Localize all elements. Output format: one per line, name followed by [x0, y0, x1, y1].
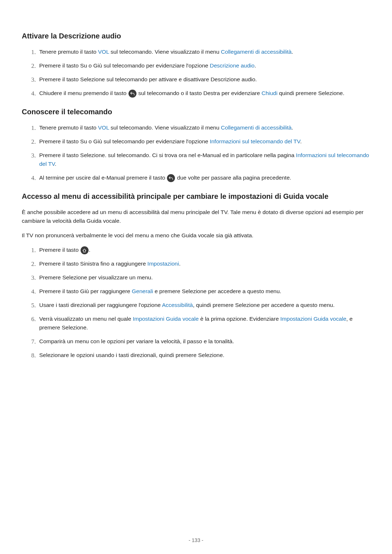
keyword-settings: Impostazioni: [147, 260, 179, 267]
page-number: - 133 -: [0, 537, 392, 543]
keyword-accessibility: Accessibilità: [162, 302, 193, 308]
section2-list: Tenere premuto il tasto VOL sul telecoma…: [22, 123, 370, 182]
keyword-accessibility-links: Collegamenti di accessibilità: [221, 49, 292, 55]
section3-intro2: Il TV non pronuncerà verbalmente le voci…: [22, 231, 370, 240]
text: Tenere premuto il tasto: [39, 124, 98, 131]
section2-title: Conoscere il telecomando: [22, 108, 370, 116]
text: sul telecomando. Viene visualizzato il m…: [109, 124, 221, 131]
text: Premere il tasto Su o Giù sul telecomand…: [39, 138, 210, 144]
text: Premere Selezione per visualizzare un me…: [39, 274, 153, 280]
keyword-vol: VOL: [98, 124, 109, 131]
text: Chiudere il menu premendo il tasto: [39, 90, 128, 96]
text: Premere il tasto Giù per raggiungere: [39, 288, 132, 294]
text: Premere il tasto Selezione sul telecoman…: [39, 76, 257, 82]
keyword-voice-guide-settings: Impostazioni Guida vocale: [133, 316, 199, 322]
keyword-voice-guide-settings: Impostazioni Guida vocale: [280, 316, 346, 322]
text: è la prima opzione. Evidenziare: [199, 316, 280, 322]
text: Verrà visualizzato un menu nel quale: [39, 316, 133, 322]
list-item: Usare i tasti direzionali per raggiunger…: [31, 301, 370, 309]
text: .: [300, 138, 302, 144]
list-item: Premere il tasto Su o Giù sul telecomand…: [31, 61, 370, 70]
back-icon: [128, 90, 136, 98]
text: Premere il tasto Selezione. sul telecoma…: [39, 152, 296, 158]
keyword-accessibility-links: Collegamenti di accessibilità: [221, 124, 292, 131]
section3-title: Accesso al menu di accessibilità princip…: [22, 192, 370, 201]
list-item: Chiudere il menu premendo il tasto sul t…: [31, 89, 370, 98]
keyword-general: Generali: [132, 288, 153, 294]
keyword-close: Chiudi: [261, 90, 277, 96]
list-item: Tenere premuto il tasto VOL sul telecoma…: [31, 48, 370, 56]
back-icon: [167, 174, 175, 182]
section3-intro1: È anche possibile accedere ad un menu di…: [22, 208, 370, 225]
list-item: Premere il tasto Giù per raggiungere Gen…: [31, 287, 370, 296]
text: Premere il tasto: [39, 247, 80, 253]
list-item: Premere Selezione per visualizzare un me…: [31, 273, 370, 282]
keyword-vol: VOL: [98, 49, 109, 55]
text: Comparirà un menu con le opzioni per var…: [39, 338, 234, 344]
list-item: Premere il tasto Selezione sul telecoman…: [31, 75, 370, 84]
list-item: Premere il tasto .: [31, 246, 370, 254]
list-item: Premere il tasto Su o Giù sul telecomand…: [31, 137, 370, 146]
text: .: [254, 62, 256, 69]
list-item: Comparirà un menu con le opzioni per var…: [31, 337, 370, 346]
list-item: Selezionare le opzioni usando i tasti di…: [31, 351, 370, 360]
section1-title: Attivare la Descrizione audio: [22, 32, 370, 40]
text: .: [55, 161, 56, 167]
list-item: Al termine per uscire dal e-Manual preme…: [31, 173, 370, 182]
text: .: [179, 260, 180, 267]
text: Selezionare le opzioni usando i tasti di…: [39, 352, 224, 358]
list-item: Verrà visualizzato un menu nel quale Imp…: [31, 315, 370, 332]
list-item: Premere il tasto Sinistra fino a raggiun…: [31, 259, 370, 268]
text: Premere il tasto Su o Giù sul telecomand…: [39, 62, 210, 69]
text: e premere Selezione per accedere a quest…: [153, 288, 281, 294]
text: sul telecomando. Viene visualizzato il m…: [109, 49, 221, 55]
text: Al termine per uscire dal e-Manual preme…: [39, 175, 167, 181]
text: due volte per passare alla pagina preced…: [175, 175, 291, 181]
home-icon: [81, 246, 89, 254]
text: Usare i tasti direzionali per raggiunger…: [39, 302, 162, 308]
list-item: Tenere premuto il tasto VOL sul telecoma…: [31, 123, 370, 132]
section1-list: Tenere premuto il tasto VOL sul telecoma…: [22, 48, 370, 98]
text: , quindi premere Selezione per accedere …: [193, 302, 334, 308]
text: quindi premere Selezione.: [277, 90, 344, 96]
keyword-audio-description: Descrizione audio: [210, 62, 254, 69]
text: Tenere premuto il tasto: [39, 49, 98, 55]
text: .: [291, 49, 293, 55]
text: .: [89, 247, 90, 253]
section3-list: Premere il tasto . Premere il tasto Sini…: [22, 246, 370, 360]
text: sul telecomando o il tasto Destra per ev…: [137, 90, 262, 96]
text: Premere il tasto Sinistra fino a raggiun…: [39, 260, 147, 267]
text: .: [291, 124, 293, 131]
keyword-remote-info: Informazioni sul telecomando del TV: [210, 138, 300, 144]
list-item: Premere il tasto Selezione. sul telecoma…: [31, 151, 370, 168]
